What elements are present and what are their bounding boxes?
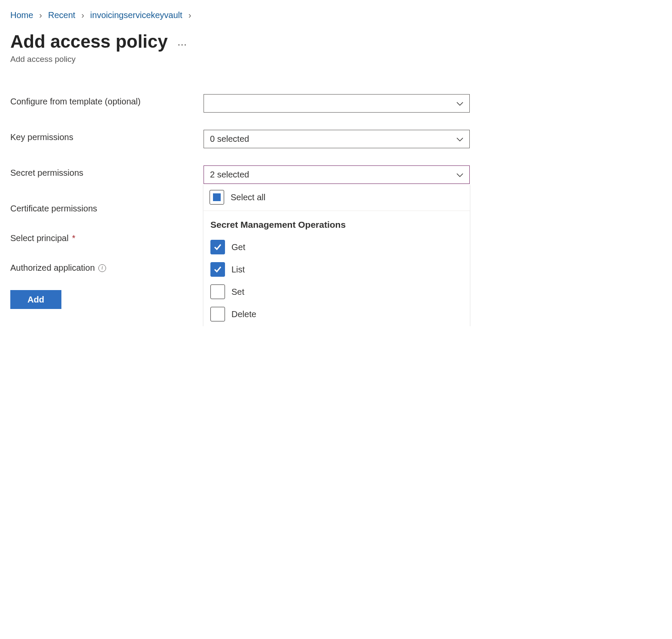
template-label: Configure from template (optional): [10, 94, 204, 107]
breadcrumb: Home › Recent › invoicingservicekeyvault…: [10, 10, 662, 20]
option-checkbox[interactable]: [210, 284, 225, 299]
breadcrumb-keyvault[interactable]: invoicingservicekeyvault: [90, 10, 182, 20]
dropdown-option[interactable]: Delete: [204, 303, 470, 325]
chevron-down-icon: [456, 170, 463, 180]
chevron-down-icon: [456, 98, 463, 108]
key-permissions-value: 0 selected: [210, 134, 249, 144]
key-permissions-label: Key permissions: [10, 130, 204, 142]
select-principal-label: Select principal *: [10, 231, 204, 243]
secret-permissions-value: 2 selected: [210, 170, 249, 180]
chevron-right-icon: ›: [189, 10, 192, 20]
info-icon[interactable]: i: [98, 264, 106, 272]
dropdown-option[interactable]: List: [204, 258, 470, 281]
dropdown-option[interactable]: Recover: [204, 325, 470, 326]
page-title: Add access policy: [10, 31, 168, 52]
breadcrumb-home[interactable]: Home: [10, 10, 33, 20]
more-options-icon[interactable]: ⋯: [177, 33, 187, 50]
key-permissions-select[interactable]: 0 selected: [204, 130, 470, 148]
secret-permissions-label: Secret permissions: [10, 165, 204, 178]
certificate-permissions-label: Certificate permissions: [10, 201, 204, 214]
select-all-checkbox[interactable]: [210, 190, 224, 205]
template-select[interactable]: [204, 94, 470, 113]
dropdown-group-header: Secret Management Operations: [204, 211, 470, 236]
page-subtitle: Add access policy: [10, 55, 662, 64]
dropdown-option[interactable]: Get: [204, 236, 470, 258]
secret-permissions-select[interactable]: 2 selected: [204, 165, 470, 184]
option-label: Get: [231, 242, 245, 252]
option-checkbox[interactable]: [210, 262, 225, 277]
dropdown-option[interactable]: Set: [204, 281, 470, 303]
add-button[interactable]: Add: [10, 290, 61, 309]
option-label: Set: [231, 287, 244, 297]
required-indicator: *: [72, 233, 76, 243]
breadcrumb-recent[interactable]: Recent: [48, 10, 75, 20]
authorized-application-label: Authorized application i: [10, 260, 204, 273]
secret-permissions-dropdown: Select all Secret Management OperationsG…: [204, 184, 470, 326]
option-checkbox[interactable]: [210, 240, 225, 254]
option-label: Delete: [231, 309, 256, 319]
chevron-right-icon: ›: [39, 10, 42, 20]
chevron-right-icon: ›: [81, 10, 84, 20]
select-all-option[interactable]: Select all: [204, 184, 470, 211]
option-checkbox[interactable]: [210, 307, 225, 321]
chevron-down-icon: [456, 134, 463, 144]
select-all-label: Select all: [231, 193, 265, 202]
option-label: List: [231, 265, 245, 275]
